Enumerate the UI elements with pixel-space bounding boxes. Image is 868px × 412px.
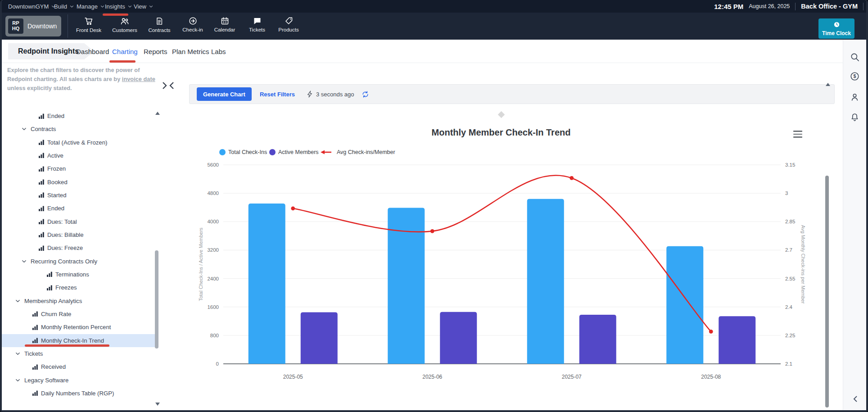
tab-dashboard[interactable]: Dashboard: [76, 40, 109, 63]
tree-item-dues-total[interactable]: Dues: Total: [2, 215, 157, 228]
organization-pill[interactable]: RPHQ Downtown: [5, 16, 61, 36]
tree-item-recurring-contracts-only[interactable]: Recurring Contracts Only: [2, 255, 157, 268]
sidebar-collapse-control[interactable]: [161, 81, 175, 90]
tab-reports[interactable]: Reports: [144, 40, 167, 63]
menu-view[interactable]: View: [134, 0, 153, 13]
notifications-icon[interactable]: [850, 112, 860, 122]
charting-annotation-underline: [109, 60, 136, 63]
svg-text:Active Members: Active Members: [278, 149, 319, 155]
svg-text:2025-06: 2025-06: [422, 374, 442, 380]
tree-item-contracts[interactable]: Contracts: [2, 122, 157, 136]
sidebar-scroll-up-arrow[interactable]: [155, 112, 160, 115]
tree-item-ended[interactable]: Ended: [2, 202, 157, 215]
users-icon: [120, 16, 130, 26]
svg-text:2.25: 2.25: [785, 333, 795, 338]
insights-tab-bar: Redpoint Insights DashboardChartingRepor…: [2, 40, 843, 63]
tree-item-monthly-retention-percent[interactable]: Monthly Retention Percent: [2, 321, 157, 334]
rail-collapse-icon[interactable]: [853, 395, 858, 403]
tab-labs[interactable]: Labs: [211, 40, 226, 63]
bar-chart-icon: [38, 179, 45, 185]
chevron-down-icon: [22, 127, 27, 131]
chevron-down-icon: [70, 3, 74, 10]
refresh-icon[interactable]: [362, 91, 369, 98]
chevron-left-icon[interactable]: [168, 81, 175, 90]
tree-item-terminations[interactable]: Terminations: [2, 268, 157, 281]
svg-text:Avg Check-ins/Member: Avg Check-ins/Member: [337, 149, 395, 155]
sidebar-intro-text: Explore the chart filters to discover th…: [7, 66, 158, 93]
chevron-right-icon[interactable]: [161, 81, 168, 90]
tree-item-dues-freeze[interactable]: Dues: Freeze: [2, 241, 157, 254]
bar-chart-icon: [38, 245, 45, 251]
tree-item-total-active-frozen-[interactable]: Total (Active & Frozen): [2, 136, 157, 149]
tab-charting[interactable]: Charting: [112, 40, 138, 63]
chart-card: 02.18002.2516002.424002.5532002.740002.8…: [189, 111, 835, 407]
chart-toolbar: Generate Chart Reset Filters 3 seconds a…: [189, 84, 835, 104]
app-bar: RPHQ Downtown Front DeskCustomersContrac…: [2, 13, 866, 40]
tree-item-freezes[interactable]: Freezes: [2, 281, 157, 294]
top-menu-bar: DowntownGYMBuildManageInsightsView 12:45…: [2, 0, 866, 13]
tree-item-frozen[interactable]: Frozen: [2, 162, 157, 175]
tree-item-legacy-software[interactable]: Legacy Software: [2, 374, 157, 387]
tree-item-dues-billable[interactable]: Dues: Billable: [2, 228, 157, 241]
tab-plan-metrics[interactable]: Plan Metrics: [172, 40, 209, 63]
svg-text:5600: 5600: [207, 162, 219, 168]
menu-downtowngym[interactable]: DowntownGYM: [8, 0, 55, 13]
tree-item-received[interactable]: Received: [2, 360, 157, 373]
svg-text:Avg Monthly Check-ins per Memb: Avg Monthly Check-ins per Member: [800, 225, 806, 304]
bar-chart-icon: [38, 231, 45, 238]
svg-text:2.85: 2.85: [785, 219, 795, 224]
menu-insights[interactable]: Insights: [105, 0, 132, 13]
nav-contracts[interactable]: Contracts: [140, 16, 178, 37]
clock-icon: [833, 21, 840, 29]
time-clock-button[interactable]: Time Clock: [818, 18, 854, 39]
insights-annotation-underline: [103, 14, 128, 16]
selected-chart-annotation-underline: [25, 344, 109, 347]
search-icon[interactable]: [850, 52, 860, 62]
bar-chart-icon: [38, 113, 45, 119]
svg-text:4000: 4000: [207, 219, 219, 224]
reset-filters-link[interactable]: Reset Filters: [260, 91, 295, 98]
tree-item-membership-analytics[interactable]: Membership Analytics: [2, 294, 157, 308]
svg-text:2.4: 2.4: [785, 304, 793, 310]
bar-chart-icon: [38, 139, 45, 145]
cart-icon: [84, 16, 94, 26]
tree-item-booked[interactable]: Booked: [2, 176, 157, 189]
tree-item-daily-numbers-table-rgp-[interactable]: Daily Numbers Table (RGP): [2, 387, 157, 400]
bar-chart-icon: [38, 152, 45, 158]
tree-item-tickets[interactable]: Tickets: [2, 347, 157, 360]
sidebar-scrollbar-thumb[interactable]: [155, 250, 158, 349]
generate-chart-button[interactable]: Generate Chart: [197, 87, 252, 101]
customer-icon[interactable]: [850, 92, 860, 102]
svg-text:2.1: 2.1: [785, 361, 792, 367]
menu-build[interactable]: Build: [54, 0, 74, 13]
svg-text:3200: 3200: [207, 247, 219, 253]
bar-chart-icon: [38, 218, 45, 225]
right-utility-rail: $: [843, 40, 866, 410]
organization-name: Downtown: [27, 23, 57, 30]
tree-item-ended[interactable]: Ended: [2, 109, 157, 122]
svg-text:2.7: 2.7: [785, 247, 792, 253]
menu-manage[interactable]: Manage: [77, 0, 104, 13]
tree-item-started[interactable]: Started: [2, 189, 157, 202]
tree-item-active[interactable]: Active: [2, 149, 157, 162]
nav-products[interactable]: Products: [270, 16, 307, 37]
office-context[interactable]: Back Office - GYM: [801, 3, 858, 10]
bar-chart-icon: [32, 337, 38, 344]
svg-text:$: $: [854, 73, 856, 79]
divider: [795, 3, 796, 10]
content-scroll-up-arrow[interactable]: [826, 83, 830, 86]
content-scrollbar-thumb[interactable]: [825, 176, 829, 407]
bar-chart-icon: [46, 285, 53, 291]
svg-text:Total Check-Ins / Active Membe: Total Check-Ins / Active Members: [198, 227, 203, 301]
chevron-down-icon: [100, 3, 104, 10]
sidebar-scroll-down-arrow[interactable]: [155, 403, 160, 406]
billing-icon[interactable]: $: [850, 71, 860, 81]
tree-item-churn-rate[interactable]: Churn Rate: [2, 308, 157, 321]
nav-front-desk[interactable]: Front Desk: [70, 16, 108, 37]
chevron-down-icon: [149, 3, 153, 10]
chart-menu-icon[interactable]: [793, 131, 802, 140]
nav-customers[interactable]: Customers: [106, 16, 144, 37]
svg-text:2025-08: 2025-08: [701, 374, 721, 380]
invoice-date-link[interactable]: invoice date: [122, 76, 155, 82]
divider: [68, 14, 68, 38]
